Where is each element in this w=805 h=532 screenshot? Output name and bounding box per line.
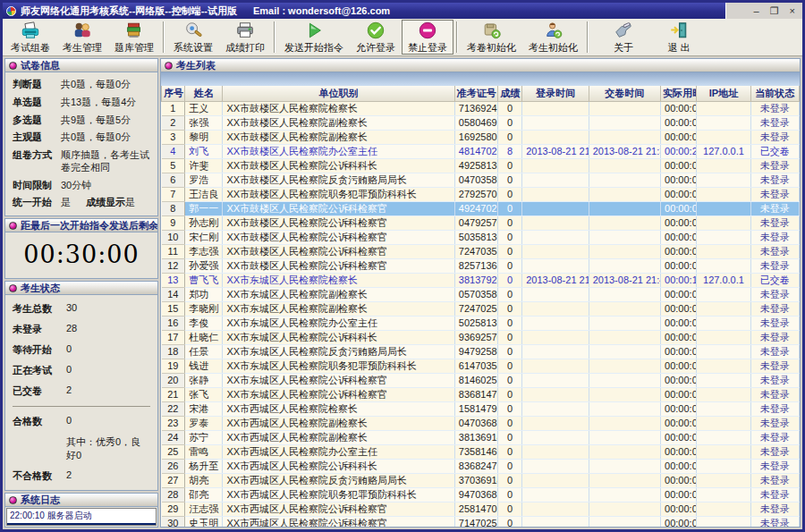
- paper-info-value: 是: [125, 197, 135, 209]
- table-cell: 71470257: [454, 516, 497, 527]
- log-entry[interactable]: 22:00:10 服务器禁止登录: [7, 523, 156, 526]
- column-header[interactable]: 单位职别: [223, 86, 454, 101]
- table-row[interactable]: 8郭一一XX市鼓楼区人民检察院公诉科检察官49247025000:00:00未登…: [162, 201, 800, 215]
- table-row[interactable]: 15李晓刚XX市东城区人民检察院副检察长72470257000:00:00未登录: [162, 301, 800, 316]
- status-label: 未登录: [13, 323, 66, 336]
- column-header[interactable]: 交卷时间: [589, 86, 660, 101]
- table-row[interactable]: 6罗浩XX市鼓楼区人民检察院反贪污贿赂局局长04703580000:00:00未…: [162, 173, 800, 187]
- paper-info-value: 30分钟: [61, 180, 150, 192]
- table-row[interactable]: 11李志强XX市鼓楼区人民检察院公诉科检察官72470358000:00:00未…: [162, 244, 800, 258]
- table-row[interactable]: 29汪志强XX市西城区人民检察院公诉科检察官25814702000:00:00未…: [162, 502, 800, 516]
- log-entry[interactable]: 22:00:10 服务器启动: [7, 509, 156, 523]
- paper-init-button[interactable]: 考卷初始化: [461, 20, 522, 55]
- column-header[interactable]: 序号: [162, 86, 185, 101]
- minimize-button[interactable]: –: [754, 6, 759, 16]
- table-row[interactable]: 10宋仁刚XX市鼓楼区人民检察院公诉科检察官50358136000:00:00未…: [162, 230, 800, 244]
- column-header[interactable]: 实际用时: [661, 86, 697, 101]
- status-value: 28: [66, 323, 150, 336]
- about-icon: [613, 21, 634, 40]
- table-row[interactable]: 20张静XX市东城区人民检察院公诉科检察官81460257000:00:00未登…: [162, 373, 800, 387]
- table-cell: 83682479: [454, 459, 497, 473]
- table-cell: 00:00:00: [661, 430, 697, 444]
- table-row[interactable]: 1王义XX市鼓楼区人民检察院检察长71369247000:00:00未登录: [162, 101, 800, 115]
- column-header[interactable]: 姓名: [185, 86, 223, 101]
- send-start-button[interactable]: 发送开始指令: [278, 20, 350, 55]
- table-cell: 未登录: [750, 215, 799, 230]
- question-bank-button[interactable]: 题库管理: [108, 20, 160, 55]
- table-cell: XX市鼓楼区人民检察院办公室主任: [223, 144, 454, 158]
- table-row[interactable]: 21张飞XX市东城区人民检察院公诉科检察官83681479000:00:00未登…: [162, 387, 800, 401]
- settings-button[interactable]: 系统设置: [167, 20, 219, 55]
- column-header[interactable]: IP地址: [697, 86, 750, 101]
- table-cell: 25: [162, 444, 185, 459]
- table-cell: XX市东城区人民检察院公诉科检察官: [223, 373, 454, 387]
- table-cell: XX市鼓楼区人民检察院反贪污贿赂局局长: [223, 173, 454, 187]
- paper-info-label: 单选题: [13, 97, 61, 109]
- column-header[interactable]: 成绩: [498, 86, 522, 101]
- table-row[interactable]: 5许斐XX市鼓楼区人民检察院公诉科科长49258136000:00:00未登录: [162, 158, 800, 173]
- table-row[interactable]: 28邵亮XX市西城区人民检察院职务犯罪预防科科长94703681000:00:0…: [162, 487, 800, 502]
- table-cell: 38136914: [454, 430, 497, 444]
- system-log-list[interactable]: 22:00:10 服务器启动22:00:10 服务器禁止登录: [6, 508, 157, 526]
- exam-compose-button[interactable]: 考试组卷: [4, 20, 56, 55]
- table-row[interactable]: 13曹飞飞XX市东城区人民检察院检察长3813792402013-08-21 2…: [162, 273, 800, 287]
- status-value: 2: [66, 384, 150, 398]
- table-cell: 0: [498, 444, 522, 459]
- table-row[interactable]: 14郑功XX市东城区人民检察院副检察长05703580000:00:00未登录: [162, 287, 800, 301]
- table-cell: XX市鼓楼区人民检察院副检察长: [223, 130, 454, 144]
- table-cell: 2013-08-21 21:44:41: [589, 273, 660, 287]
- table-row[interactable]: 23罗泰XX市西城区人民检察院副检察长04703681000:00:00未登录: [162, 416, 800, 430]
- table-row[interactable]: 12孙爱强XX市鼓楼区人民检察院公诉科检察官82571368000:00:00未…: [162, 258, 800, 273]
- table-cell: 00:00:28: [661, 144, 697, 158]
- table-cell: 00:00:00: [661, 473, 697, 487]
- toolbar-separator: [587, 21, 589, 53]
- table-cell: 00:00:00: [661, 244, 697, 258]
- table-cell: 0: [498, 473, 522, 487]
- table-cell: 0: [498, 187, 522, 201]
- table-cell: 49258136: [454, 158, 497, 173]
- table-cell: 罗泰: [185, 416, 223, 430]
- table-row[interactable]: 4刘飞XX市鼓楼区人民检察院办公室主任4814702582013-08-21 2…: [162, 144, 800, 158]
- table-row[interactable]: 22宋港XX市西城区人民检察院检察长15814792000:00:00未登录: [162, 401, 800, 416]
- table-row[interactable]: 2张强XX市鼓楼区人民检察院副检察长05804691000:00:00未登录: [162, 115, 800, 130]
- column-header[interactable]: 准考证号: [454, 86, 497, 101]
- allow-login-button[interactable]: 允许登录: [350, 20, 402, 55]
- table-cell: [697, 173, 750, 187]
- maximize-button[interactable]: ❐: [770, 6, 779, 16]
- table-cell: 0: [498, 487, 522, 502]
- table-row[interactable]: 7王洁良XX市鼓楼区人民检察院职务犯罪预防科科长27925702000:00:0…: [162, 187, 800, 201]
- table-cell: 汪志强: [185, 502, 223, 516]
- table-row[interactable]: 9孙志刚XX市鼓楼区人民检察院公诉科检察官04792570000:00:00未登…: [162, 215, 800, 230]
- table-row[interactable]: 24苏宁XX市西城区人民检察院副检察长38136914000:00:00未登录: [162, 430, 800, 444]
- table-cell: 50258136: [454, 316, 497, 330]
- table-row[interactable]: 19钱进XX市东城区人民检察院职务犯罪预防科科长61470358000:00:0…: [162, 359, 800, 373]
- close-button[interactable]: ×: [790, 6, 795, 16]
- table-cell: [697, 516, 750, 527]
- student-manage-button[interactable]: 考生管理: [56, 20, 108, 55]
- paper-info-label: 判断题: [13, 79, 61, 91]
- table-cell: 20: [162, 373, 185, 387]
- table-row[interactable]: 25雷鸣XX市西城区人民检察院办公室主任73581469000:00:00未登录: [162, 444, 800, 459]
- table-cell: 罗浩: [185, 173, 223, 187]
- status-value: 30: [66, 302, 150, 316]
- table-row[interactable]: 18任景XX市东城区人民检察院反贪污贿赂局局长94792580000:00:00…: [162, 344, 800, 359]
- table-cell: 00:00:00: [661, 258, 697, 273]
- column-header[interactable]: 登录时间: [522, 86, 589, 101]
- table-cell: [522, 487, 589, 502]
- table-row[interactable]: 27胡亮XX市西城区人民检察院反贪污贿赂局局长37036914000:00:00…: [162, 473, 800, 487]
- about-button[interactable]: 关于: [600, 20, 647, 55]
- forbid-login-button[interactable]: 禁止登录: [402, 20, 453, 55]
- table-row[interactable]: 30史玉明XX市西城区人民检察院公诉科检察官71470257000:00:00未…: [162, 516, 800, 527]
- column-header[interactable]: 当前状态: [750, 86, 799, 101]
- table-cell: 0: [498, 502, 522, 516]
- print-score-button[interactable]: 成绩打印: [219, 20, 271, 55]
- table-row[interactable]: 16李俊XX市东城区人民检察院办公室主任50258136000:00:00未登录: [162, 316, 800, 330]
- table-row[interactable]: 26杨升至XX市西城区人民检察院公诉科科长83682479000:00:00未登…: [162, 459, 800, 473]
- table-cell: 张飞: [185, 387, 223, 401]
- student-init-button[interactable]: 考生初始化: [522, 20, 584, 55]
- table-row[interactable]: 17杜晓仁XX市东城区人民检察院公诉科科长93692570000:00:00未登…: [162, 330, 800, 344]
- table-row[interactable]: 3黎明XX市鼓楼区人民检察院副检察长16925803000:00:00未登录: [162, 130, 800, 144]
- table-cell: 0: [498, 459, 522, 473]
- status-label: 等待开始: [13, 343, 66, 357]
- exit-button[interactable]: 退 出: [656, 20, 702, 55]
